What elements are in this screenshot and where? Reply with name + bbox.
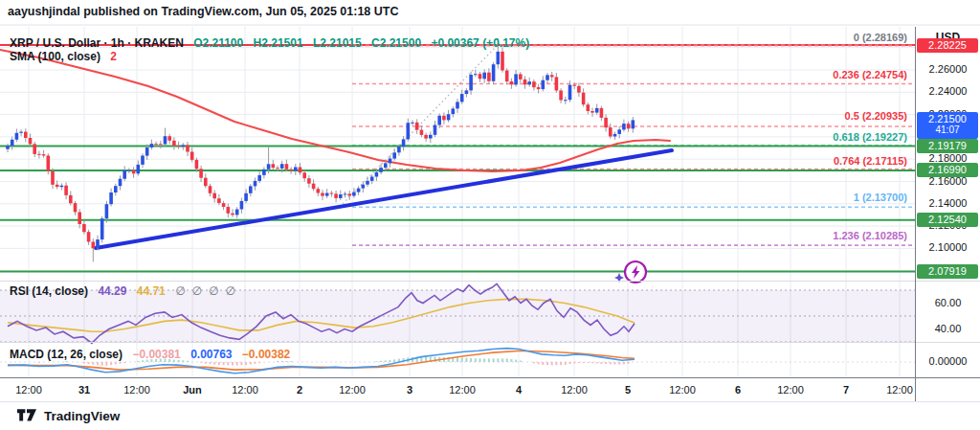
price-badge: 2.12540 xyxy=(917,213,978,227)
time-tick-label: Jun xyxy=(183,384,202,396)
countdown-label: 41:07 xyxy=(917,124,978,136)
time-tick-label: 12:00 xyxy=(123,384,150,396)
ohlc-close: C2.21500 xyxy=(371,36,421,50)
price-badge: 2.28225 xyxy=(917,38,978,53)
hidden-plot-icon: ∅ xyxy=(175,284,185,298)
macd-legend: MACD (12, 26, close) −0.00381 0.00763 −0… xyxy=(10,348,290,361)
price-tick-label: 2.26000 xyxy=(916,63,980,75)
time-tick-label: 3 xyxy=(407,384,412,396)
rsi-tick-label: 40.00 xyxy=(916,323,980,334)
macd-label: MACD (12, 26, close) xyxy=(10,348,122,361)
time-tick-label: 12:00 xyxy=(339,384,366,396)
ohlc-open: O2.21100 xyxy=(193,36,243,50)
ohlc-low: L2.21015 xyxy=(313,36,362,50)
tradingview-logo-icon xyxy=(17,409,36,423)
symbol-legend: XRP / U.S. Dollar · 1h · KRAKEN O2.21100… xyxy=(10,36,529,50)
tradingview-snapshot: aayushjindal published on TradingView.co… xyxy=(0,0,980,430)
sma-value: 2 xyxy=(110,50,117,63)
price-tick-label: 2.14000 xyxy=(916,197,980,209)
rsi-label: RSI (14, close) xyxy=(10,284,88,298)
tradingview-logo-text: TradingView xyxy=(44,409,120,423)
time-tick-label: 12:00 xyxy=(669,384,696,396)
ohlc-high: H2.21501 xyxy=(254,36,303,50)
fib-level-label: 0.618 (2.19227) xyxy=(833,131,907,143)
rsi-tick-label: 60.00 xyxy=(916,297,980,308)
rsi-value: 44.29 xyxy=(98,284,126,298)
time-tick-label: 7 xyxy=(843,384,849,396)
price-badge: 2.19179 xyxy=(917,139,978,153)
branding-bar: TradingView xyxy=(0,402,980,430)
fib-level-label: 0.764 (2.17115) xyxy=(834,155,907,167)
time-tick-label: 12:00 xyxy=(232,384,258,396)
fib-level-label: 0 (2.28169) xyxy=(854,32,907,43)
time-tick-label: 2 xyxy=(297,384,302,396)
time-tick-label: 4 xyxy=(516,384,522,396)
time-tick-label: 5 xyxy=(625,384,631,396)
time-tick-label: 12:00 xyxy=(561,384,588,396)
rsi-ma-value: 44.71 xyxy=(137,284,166,298)
attribution-text: aayushjindal published on TradingView.co… xyxy=(8,5,398,18)
fib-level-label: 0.5 (2.20935) xyxy=(845,110,907,122)
time-tick-label: 12:00 xyxy=(15,384,42,396)
macd-hist-value: −0.00381 xyxy=(132,348,180,361)
hidden-plot-icon: ∅ xyxy=(225,284,234,298)
time-tick-label: 6 xyxy=(735,384,741,396)
hidden-plot-icon: ∅ xyxy=(192,284,202,298)
price-badge: 2.16990 xyxy=(917,163,978,177)
price-badge: 2.07919 xyxy=(917,264,978,279)
time-axis[interactable]: 12:003112:00Jun12:00212:00312:00412:0051… xyxy=(0,378,915,401)
macd-tick-label: 0.00000 xyxy=(916,355,980,367)
price-tick-label: 2.10000 xyxy=(916,241,980,253)
sma-label: SMA (100, close) xyxy=(10,50,100,63)
price-tick-label: 2.18000 xyxy=(916,152,980,164)
chart-canvas[interactable] xyxy=(0,0,980,430)
price-badge: 2.2150041:07 xyxy=(917,112,978,139)
rsi-legend: RSI (14, close) 44.29 44.71 ∅∅∅∅ xyxy=(10,284,235,298)
fib-level-label: 1 (2.13700) xyxy=(854,192,907,203)
rsi-hidden-plots: ∅∅∅∅ xyxy=(168,284,235,298)
hidden-plot-icon: ∅ xyxy=(209,284,218,298)
fib-level-label: 0.236 (2.24754) xyxy=(833,69,907,80)
price-axis[interactable]: USD 2.260002.240002.220002.200002.180002… xyxy=(916,27,980,401)
symbol-title: XRP / U.S. Dollar · 1h · KRAKEN xyxy=(10,36,184,50)
macd-signal-value: −0.00382 xyxy=(242,348,290,361)
fib-level-label: 1.236 (2.10285) xyxy=(833,230,907,241)
tradingview-logo[interactable]: TradingView xyxy=(17,409,120,423)
ohlc-change: +0.00367 (+0.17%) xyxy=(431,36,529,50)
time-tick-label: 12:00 xyxy=(777,384,804,396)
price-tick-label: 2.24000 xyxy=(916,85,980,97)
time-tick-label: 12:00 xyxy=(886,384,913,396)
time-tick-label: 12:00 xyxy=(449,384,476,396)
time-tick-label: 31 xyxy=(78,384,90,396)
sma-legend: SMA (100, close) 2 xyxy=(10,50,117,63)
macd-line-value: 0.00763 xyxy=(190,348,232,361)
